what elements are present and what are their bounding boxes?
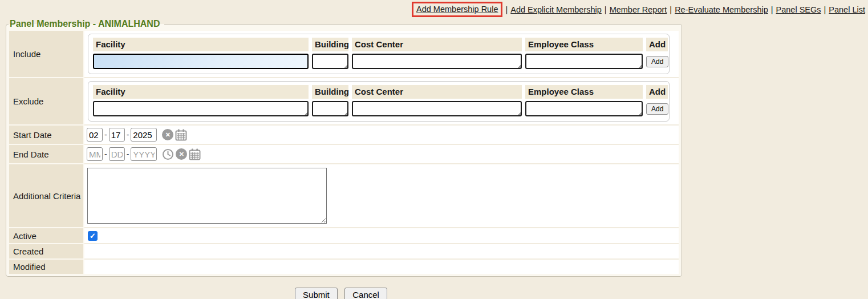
exclude-row: Exclude Facility Building Cost Center Em… bbox=[9, 78, 679, 126]
created-row: Created bbox=[9, 244, 679, 260]
include-col-facility: Facility bbox=[93, 38, 309, 51]
start-date-month-input[interactable] bbox=[87, 128, 103, 142]
end-date-label: End Date bbox=[9, 145, 84, 164]
include-col-cost-center: Cost Center bbox=[352, 38, 522, 51]
additional-criteria-textarea[interactable] bbox=[87, 168, 327, 224]
panel-membership-fieldset: Panel Membership - ANIMALHAND Include Fa… bbox=[6, 19, 682, 277]
end-date-row: End Date - - bbox=[9, 145, 679, 164]
exclude-facility-input[interactable] bbox=[93, 101, 309, 116]
nav-link-re-evaluate-membership[interactable]: Re-Evaluate Membership bbox=[675, 5, 768, 14]
exclude-cost-center-input[interactable] bbox=[352, 101, 522, 116]
end-date-year-input[interactable] bbox=[131, 147, 157, 161]
include-col-building: Building bbox=[312, 38, 348, 51]
exclude-col-cost-center: Cost Center bbox=[352, 85, 522, 99]
date-dash: - bbox=[127, 130, 129, 139]
modified-row: Modified bbox=[9, 260, 679, 274]
exclude-col-employee-class: Employee Class bbox=[525, 85, 643, 99]
end-date-clear-icon[interactable] bbox=[176, 148, 187, 160]
date-dash: - bbox=[104, 130, 107, 139]
modified-value bbox=[87, 261, 676, 273]
membership-form-table: Include Facility Building Cost Center Em… bbox=[9, 31, 679, 274]
start-date-group: - - bbox=[87, 127, 187, 143]
exclude-label: Exclude bbox=[9, 78, 84, 126]
nav-link-member-report[interactable]: Member Report bbox=[610, 5, 667, 14]
end-date-clock-icon[interactable] bbox=[162, 148, 174, 160]
exclude-building-input[interactable] bbox=[312, 101, 348, 116]
exclude-employee-class-input[interactable] bbox=[525, 101, 643, 116]
additional-criteria-label: Additional Criteria bbox=[9, 164, 84, 228]
include-col-employee-class: Employee Class bbox=[525, 38, 643, 51]
exclude-rule-box: Facility Building Cost Center Employee C… bbox=[88, 81, 670, 122]
include-label: Include bbox=[9, 31, 84, 78]
start-date-day-input[interactable] bbox=[109, 128, 125, 142]
form-actions: Submit Cancel bbox=[0, 288, 682, 299]
created-label: Created bbox=[9, 244, 84, 260]
start-date-row: Start Date - - bbox=[9, 126, 679, 145]
nav-link-panel-list[interactable]: Panel List bbox=[829, 5, 865, 14]
top-nav: Add Membership Rule | Add Explicit Membe… bbox=[412, 2, 865, 17]
end-date-month-input[interactable] bbox=[87, 147, 103, 161]
start-date-clear-icon[interactable] bbox=[162, 129, 173, 140]
active-row: Active bbox=[9, 228, 679, 244]
nav-separator: | bbox=[505, 5, 508, 14]
end-date-day-input[interactable] bbox=[109, 147, 125, 161]
additional-criteria-row: Additional Criteria bbox=[9, 164, 679, 228]
exclude-col-building: Building bbox=[312, 85, 348, 99]
submit-button[interactable]: Submit bbox=[295, 288, 338, 299]
include-rule-box: Facility Building Cost Center Employee C… bbox=[88, 34, 670, 74]
nav-separator: | bbox=[824, 5, 826, 14]
nav-link-panel-segs[interactable]: Panel SEGs bbox=[776, 5, 821, 14]
end-date-calendar-icon[interactable] bbox=[189, 148, 201, 160]
active-label: Active bbox=[9, 228, 84, 244]
start-date-calendar-icon[interactable] bbox=[175, 129, 187, 141]
include-add-button[interactable]: Add bbox=[646, 56, 668, 67]
modified-label: Modified bbox=[9, 260, 84, 274]
active-checkbox[interactable] bbox=[88, 231, 98, 241]
include-employee-class-input[interactable] bbox=[525, 54, 643, 69]
created-value bbox=[87, 245, 676, 257]
exclude-col-add: Add bbox=[646, 85, 668, 99]
exclude-add-button[interactable]: Add bbox=[646, 103, 668, 115]
start-date-label: Start Date bbox=[9, 126, 84, 145]
date-dash: - bbox=[127, 150, 129, 159]
start-date-year-input[interactable] bbox=[131, 128, 157, 142]
date-dash: - bbox=[104, 150, 107, 159]
annotation-highlight-box: Add Membership Rule bbox=[412, 2, 502, 17]
include-facility-input[interactable] bbox=[93, 54, 309, 69]
nav-link-add-membership-rule[interactable]: Add Membership Rule bbox=[416, 5, 498, 14]
include-cost-center-input[interactable] bbox=[352, 54, 522, 69]
nav-separator: | bbox=[670, 5, 672, 14]
end-date-group: - - bbox=[87, 146, 201, 162]
nav-link-add-explicit-membership[interactable]: Add Explicit Membership bbox=[510, 5, 602, 14]
nav-separator: | bbox=[605, 5, 607, 14]
nav-separator: | bbox=[771, 5, 773, 14]
include-building-input[interactable] bbox=[312, 54, 348, 69]
cancel-button[interactable]: Cancel bbox=[344, 288, 387, 299]
page-title: Panel Membership - ANIMALHAND bbox=[9, 19, 164, 29]
include-col-add: Add bbox=[646, 38, 668, 51]
include-row: Include Facility Building Cost Center Em… bbox=[9, 31, 679, 78]
exclude-col-facility: Facility bbox=[93, 85, 309, 99]
